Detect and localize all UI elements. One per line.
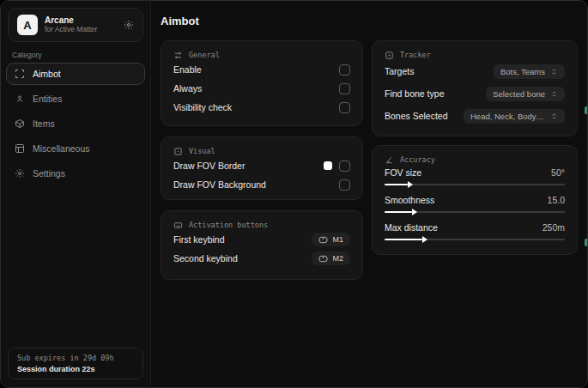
find-bone-type-dropdown[interactable]: Selected bone: [486, 87, 565, 101]
slider-thumb[interactable]: [412, 209, 417, 215]
mouse-icon: [318, 236, 328, 244]
panels-icon: [15, 143, 25, 154]
sidebar: A Arcane for Active Matter Category: [1, 1, 151, 387]
sidebar-item-entities[interactable]: Entities: [6, 88, 145, 110]
sidebar-item-label: Settings: [33, 168, 65, 179]
setting-label: Draw FOV Border: [173, 161, 245, 171]
setting-row-max-distance: Max distance 250m: [385, 220, 565, 247]
sidebar-item-label: Entities: [33, 94, 62, 104]
setting-label: Second keybind: [173, 253, 238, 264]
setting-label: Enable: [173, 64, 202, 75]
always-checkbox[interactable]: [339, 83, 350, 94]
tracker-header: Tracker: [385, 50, 565, 60]
visual-header: Visual: [173, 146, 350, 156]
subscription-card: Sub expires in 29d 09h Session duration …: [8, 348, 143, 379]
visibility-check-checkbox[interactable]: [339, 102, 350, 113]
bones-selected-dropdown[interactable]: Head, Neck, Body, Pe..: [464, 109, 565, 124]
sidebar-item-label: Miscellaneous: [33, 143, 90, 154]
setting-label: Targets: [385, 66, 414, 76]
gear-icon[interactable]: [124, 20, 134, 30]
setting-row-visibility-check: Visibility check: [173, 98, 350, 117]
setting-label: Smoothness: [385, 195, 434, 205]
fov-border-color-swatch[interactable]: [324, 161, 332, 170]
edge-marker: [585, 239, 587, 246]
setting-label: Always: [173, 83, 202, 94]
fov-size-slider[interactable]: [385, 180, 565, 189]
setting-row-draw-fov-border: Draw FOV Border: [173, 156, 350, 175]
page-title: Aimbot: [161, 15, 199, 27]
second-keybind-button[interactable]: M2: [312, 252, 350, 265]
dropdown-value: Selected bone: [493, 89, 545, 99]
dropdown-value: Head, Neck, Body, Pe..: [470, 112, 545, 121]
cube-icon: [15, 118, 25, 129]
setting-row-bones-selected: Bones Selected Head, Neck, Body, Pe..: [385, 105, 565, 127]
accuracy-header: Accuracy: [385, 155, 565, 165]
edge-marker: [585, 106, 587, 114]
activation-card: Activation buttons First keybind M1 Seco…: [161, 210, 363, 280]
smoothness-slider[interactable]: [385, 208, 565, 216]
arcane-menu-window: A Arcane for Active Matter Category: [0, 0, 588, 388]
visual-title: Visual: [189, 147, 215, 155]
sidebar-item-miscellaneous[interactable]: Miscellaneous: [6, 137, 145, 160]
setting-row-find-bone-type: Find bone type Selected bone: [385, 82, 565, 105]
frame-icon: [173, 147, 183, 156]
sidebar-item-items[interactable]: Items: [6, 112, 145, 135]
sliders-icon: [173, 51, 183, 60]
accuracy-title: Accuracy: [400, 155, 435, 164]
targets-dropdown[interactable]: Bots, Teams: [494, 64, 565, 79]
setting-row-first-keybind: First keybind M1: [173, 230, 350, 249]
accuracy-card: Accuracy FOV size 50° Smoothness 15.0: [372, 145, 578, 255]
category-label: Category: [12, 51, 42, 59]
expand-select-icon: [550, 112, 558, 120]
sub-expires-text: Sub expires in 29d 09h: [17, 354, 134, 362]
dropdown-value: Bots, Teams: [500, 67, 545, 76]
slider-value: 50°: [551, 167, 565, 178]
setting-row-draw-fov-background: Draw FOV Background: [173, 175, 350, 194]
slider-thumb[interactable]: [408, 181, 413, 188]
sidebar-item-aimbot[interactable]: Aimbot: [6, 63, 145, 85]
first-keybind-button[interactable]: M1: [312, 233, 350, 246]
sidebar-item-label: Aimbot: [33, 69, 61, 79]
sidebar-nav: Aimbot Entities Items: [6, 63, 145, 185]
tracker-title: Tracker: [400, 51, 431, 59]
session-duration-text: Session duration 22s: [17, 365, 134, 373]
keybind-value: M1: [332, 235, 343, 244]
enable-checkbox[interactable]: [339, 64, 350, 76]
setting-row-targets: Targets Bots, Teams: [385, 60, 565, 82]
expand-select-icon: [550, 68, 558, 76]
setting-label: FOV size: [385, 167, 421, 178]
draw-fov-background-checkbox[interactable]: [339, 179, 350, 191]
person-scan-icon: [15, 94, 25, 104]
brand-subtitle: for Active Matter: [45, 26, 97, 34]
target-icon: [385, 51, 394, 60]
mouse-icon: [318, 255, 328, 263]
general-card: General Enable Always Visibility check: [161, 40, 363, 126]
angle-icon: [385, 155, 394, 165]
slider-thumb[interactable]: [422, 236, 427, 243]
sidebar-item-settings[interactable]: Settings: [6, 162, 145, 185]
general-header: General: [173, 50, 350, 60]
general-title: General: [189, 51, 220, 59]
visual-card: Visual Draw FOV Border Draw FOV Backgrou…: [161, 136, 363, 200]
setting-label: Max distance: [385, 222, 438, 233]
keyboard-icon: [173, 221, 183, 230]
max-distance-slider[interactable]: [385, 235, 565, 244]
slider-fill: [385, 211, 412, 213]
activation-header: Activation buttons: [173, 220, 350, 230]
slider-fill: [385, 184, 408, 185]
setting-label: Draw FOV Background: [173, 179, 266, 190]
slider-value: 15.0: [548, 195, 565, 205]
setting-row-always: Always: [173, 79, 350, 98]
sidebar-item-label: Items: [33, 118, 55, 129]
setting-label: First keybind: [173, 234, 225, 245]
setting-label: Bones Selected: [385, 111, 448, 121]
draw-fov-border-checkbox[interactable]: [339, 161, 350, 172]
gear-icon: [15, 168, 25, 179]
brand-card: A Arcane for Active Matter: [8, 8, 143, 42]
brand-logo: A: [17, 15, 38, 35]
brand-text: Arcane for Active Matter: [45, 15, 97, 33]
expand-select-icon: [550, 90, 558, 98]
setting-label: Visibility check: [173, 102, 232, 112]
setting-row-enable: Enable: [173, 60, 350, 79]
setting-row-fov-size: FOV size 50°: [385, 165, 565, 192]
